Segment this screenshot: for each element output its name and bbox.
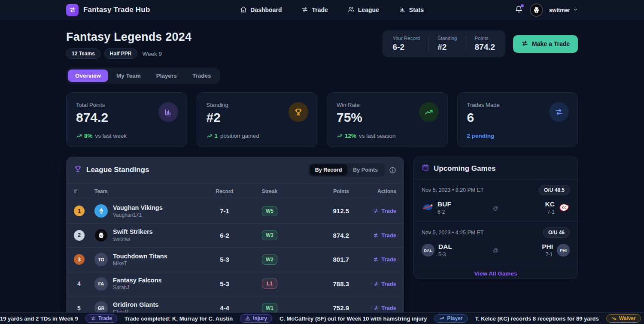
standing-value: #2 (437, 42, 457, 52)
over-under-badge: O/U 48.5 (539, 185, 570, 195)
trade-button[interactable]: Trade (373, 281, 396, 287)
nav-item-league[interactable]: League (348, 6, 379, 14)
streak-badge: W1 (262, 303, 277, 313)
team-owner: switmer (113, 236, 153, 242)
swap-arrows-icon (521, 40, 528, 48)
nav-label: Dashboard (250, 6, 282, 13)
scoring-badge: Half PPR (104, 48, 137, 59)
team-name: Vaughan Vikings (113, 204, 163, 211)
your-record-label: Your Record (393, 36, 420, 41)
col-actions: Actions (349, 188, 396, 194)
user-avatar[interactable] (530, 3, 543, 17)
away-abbr: BUF (437, 200, 451, 208)
stat-card-trades-made: Trades Made 6 2 pending (457, 92, 578, 147)
game-datetime: Nov 5, 2023 • 4:25 PM ET (422, 230, 484, 236)
delta-value: 1 (215, 133, 218, 139)
tab-players[interactable]: Players (149, 70, 184, 82)
record-summary: Your Record 6-2 Standing #2 Points 874.2 (383, 30, 505, 57)
table-row: 3 TO Touchdown Titans MikeT 5-3 W2 801.7… (66, 248, 404, 272)
record-value: 7-1 (203, 207, 246, 215)
pending-trades-link[interactable]: 2 pending (467, 133, 495, 139)
teams-badge: 12 Teams (66, 48, 100, 59)
stat-cards: Total Points 874.2 8% vs last week Stand… (66, 92, 578, 147)
user-name: switmer (549, 7, 570, 13)
trade-label: Trade (381, 256, 396, 263)
ticker-item: C. McCaffrey (SF) out for Week 10 with h… (279, 315, 427, 322)
trade-label: Trade (381, 232, 396, 239)
trade-button[interactable]: Trade (373, 256, 396, 263)
game-datetime: Nov 5, 2023 • 8:20 PM ET (422, 187, 484, 193)
swap-arrows-icon (549, 102, 569, 122)
calendar-icon (422, 164, 429, 173)
record-value: 5-3 (203, 280, 246, 288)
home-icon (240, 6, 247, 14)
delta-value: 12% (345, 133, 356, 139)
delta-note: vs last week (95, 133, 127, 139)
week-label: Week 9 (143, 51, 162, 57)
trade-button[interactable]: Trade (373, 232, 396, 239)
col-team: Team (94, 188, 203, 194)
points-label: Points (475, 36, 495, 41)
streak-badge: W5 (262, 206, 277, 216)
notification-dot (521, 4, 524, 7)
at-symbol: @ (486, 205, 505, 211)
skull-avatar (94, 229, 108, 242)
game-row: Nov 5, 2023 • 4:25 PM ET O/U 46 DAL DAL … (414, 221, 577, 264)
toggle-by-record[interactable]: By Record (310, 164, 348, 176)
games-title: Upcoming Games (434, 164, 496, 173)
badge-label: Player (447, 315, 462, 321)
col-points: Points (293, 188, 349, 194)
initials-avatar: FA (94, 277, 108, 291)
your-record-value: 6-2 (393, 42, 420, 52)
col-record: Record (203, 188, 246, 194)
stat-card-standing: Standing #2 1 position gained (197, 92, 318, 147)
delta-note: vs last season (359, 133, 396, 139)
nav-item-dashboard[interactable]: Dashboard (240, 6, 282, 14)
streak-badge: W3 (262, 230, 277, 240)
brand-name: Fantasy Trade Hub (83, 6, 150, 14)
swap-arrows-icon (301, 6, 308, 14)
league-header: Fantasy Legends 2024 12 Teams Half PPR W… (66, 30, 578, 59)
delta-note: position gained (220, 133, 259, 139)
badge-label: Trade (98, 315, 112, 321)
cowboys-logo-icon: DAL (422, 244, 434, 257)
record-value: 4-4 (203, 304, 246, 312)
user-menu[interactable]: switmer (549, 6, 578, 14)
nav-label: Trade (312, 6, 328, 13)
player-badge: Player (434, 314, 468, 323)
rank-number: 4 (74, 280, 81, 287)
team-owner: Vaughan171 (113, 212, 163, 218)
toggle-by-points[interactable]: By Points (347, 164, 383, 176)
home-record: 7-1 (542, 251, 553, 257)
notifications-button[interactable] (514, 4, 524, 16)
tab-trades[interactable]: Trades (185, 70, 219, 82)
brand[interactable]: Fantasy Trade Hub (66, 4, 150, 16)
chiefs-logo-icon: KC (559, 202, 570, 213)
eagles-logo-icon: PHI (557, 244, 570, 257)
trade-label: Trade (381, 281, 396, 287)
points-value: 752.9 (293, 304, 349, 312)
news-ticker: 19 yards and 2 TDs in Week 9 Trade Trade… (0, 312, 644, 324)
trade-button[interactable]: Trade (373, 208, 396, 214)
trade-button[interactable]: Trade (373, 305, 396, 311)
tab-my-team[interactable]: My Team (109, 70, 148, 82)
make-a-trade-button[interactable]: Make a Trade (513, 35, 578, 53)
nav-item-trade[interactable]: Trade (301, 6, 328, 14)
initials-avatar: TO (94, 253, 108, 266)
trade-badge: Trade (85, 314, 117, 323)
ticker-item: T. Kelce (KC) records 8 receptions for 8… (475, 315, 599, 322)
cta-label: Make a Trade (532, 40, 570, 47)
chevron-down-icon (573, 6, 578, 14)
trophy-icon (74, 165, 82, 175)
points-value: 788.3 (293, 280, 349, 288)
tab-overview[interactable]: Overview (68, 70, 108, 82)
view-all-games-link[interactable]: View All Games (414, 264, 577, 279)
svg-text:KC: KC (562, 206, 567, 209)
home-abbr: PHI (542, 243, 553, 251)
nav-label: League (358, 6, 379, 13)
rank-badge: 3 (74, 254, 85, 265)
nav-item-stats[interactable]: Stats (399, 6, 424, 14)
over-under-badge: O/U 46 (543, 227, 570, 238)
info-icon[interactable] (389, 167, 396, 174)
team-owner: SarahJ (113, 285, 162, 291)
